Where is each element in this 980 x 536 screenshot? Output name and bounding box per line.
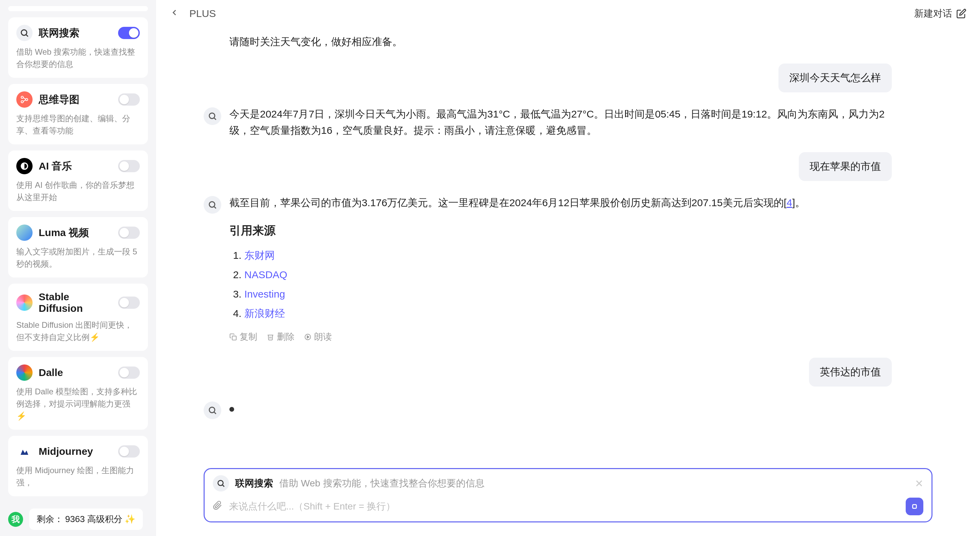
plugin-toggle[interactable] xyxy=(118,367,140,379)
composer-plugin-desc: 借助 Web 搜索功能，快速查找整合你想要的信息 xyxy=(279,477,909,490)
svg-rect-18 xyxy=(913,505,916,509)
svg-line-5 xyxy=(24,98,26,99)
user-bubble: 深圳今天天气怎么样 xyxy=(778,64,892,93)
tab-chat[interactable]: 对话 xyxy=(78,6,148,11)
composer-plugin-chip: 联网搜索 借助 Web 搜索功能，快速查找整合你想要的信息 ✕ xyxy=(213,475,923,491)
plugin-title: Midjourney xyxy=(39,446,112,457)
speaker-icon xyxy=(304,333,312,341)
svg-point-14 xyxy=(209,407,215,413)
svg-point-2 xyxy=(21,96,24,99)
page-title: PLUS xyxy=(189,8,216,19)
plugin-icon xyxy=(16,364,33,381)
sparkle-icon: ✨ xyxy=(124,514,135,525)
svg-point-16 xyxy=(218,480,223,485)
plugin-title: Stable Diffusion xyxy=(39,291,112,314)
credits-badge[interactable]: 剩余： 9363 高级积分 ✨ xyxy=(29,509,143,530)
attach-icon[interactable] xyxy=(213,501,222,512)
plugin-desc: Stable Diffusion 出图时间更快，但不支持自定义比例⚡ xyxy=(16,319,140,343)
loading-dot-icon xyxy=(229,407,234,412)
main: PLUS 新建对话 请随时关注天气变化，做好相应准备。 深圳今天天气怎么样 今天… xyxy=(156,0,980,536)
svg-point-7 xyxy=(209,113,215,118)
search-icon xyxy=(213,475,229,491)
plugin-title: AI 音乐 xyxy=(39,159,112,173)
svg-marker-13 xyxy=(307,336,309,338)
citation-ref[interactable]: 4 xyxy=(787,197,792,208)
svg-rect-11 xyxy=(232,336,236,340)
plugin-title: 联网搜索 xyxy=(39,26,112,40)
plugin-desc: 使用 AI 创作歌曲，你的音乐梦想从这里开始 xyxy=(16,179,140,203)
composer-plugin-name: 联网搜索 xyxy=(235,477,273,490)
svg-line-6 xyxy=(24,100,26,101)
citation-link[interactable]: Investing xyxy=(244,289,285,300)
delete-button[interactable]: 删除 xyxy=(267,330,294,344)
citation-link[interactable]: 东财网 xyxy=(244,250,275,261)
sidebar-tabs: 插件 对话 xyxy=(8,6,148,11)
sidebar: 插件 对话 联网搜索借助 Web 搜索功能，快速查找整合你想要的信息思维导图支持… xyxy=(0,0,156,536)
plugin-card: 思维导图支持思维导图的创建、编辑、分享、查看等功能 xyxy=(8,84,148,144)
plugin-card: Luma 视频输入文字或附加图片，生成一段 5 秒的视频。 xyxy=(8,217,148,278)
plugin-card: Midjourney使用 Midjourney 绘图，生图能力强， xyxy=(8,436,148,496)
plugin-toggle[interactable] xyxy=(118,445,140,458)
avatar[interactable]: 我 xyxy=(8,512,23,527)
plugin-title: Luma 视频 xyxy=(39,226,112,240)
plugin-desc: 使用 Dalle 模型绘图，支持多种比例选择，对提示词理解能力更强⚡ xyxy=(16,386,140,422)
user-message: 英伟达的市值 xyxy=(809,358,892,386)
plugin-toggle[interactable] xyxy=(118,160,140,172)
credits-prefix: 剩余： xyxy=(37,513,63,525)
assistant-message-loading xyxy=(204,400,892,419)
plugin-toggle[interactable] xyxy=(118,297,140,309)
svg-line-17 xyxy=(223,485,224,487)
close-icon[interactable]: ✕ xyxy=(915,478,923,490)
plugin-toggle[interactable] xyxy=(118,27,140,39)
tab-plugins[interactable]: 插件 xyxy=(8,6,78,11)
composer-input-row xyxy=(213,498,923,515)
user-message: 现在苹果的市值 xyxy=(799,152,892,181)
plugin-toggle[interactable] xyxy=(118,227,140,239)
svg-line-8 xyxy=(214,118,216,120)
svg-line-15 xyxy=(214,412,216,414)
copy-button[interactable]: 复制 xyxy=(229,330,257,344)
svg-line-1 xyxy=(26,35,28,36)
citation-item: 东财网 xyxy=(244,246,805,265)
send-button[interactable] xyxy=(906,498,923,515)
loading-indicator xyxy=(229,400,234,416)
citation-list: 东财网NASDAQInvesting新浪财经 xyxy=(229,246,805,323)
new-chat-button[interactable]: 新建对话 xyxy=(914,7,966,20)
trash-icon xyxy=(267,333,274,341)
plugin-card: AI 音乐使用 AI 创作歌曲，你的音乐梦想从这里开始 xyxy=(8,150,148,211)
search-icon xyxy=(204,196,221,214)
composer-wrap: 联网搜索 借助 Web 搜索功能，快速查找整合你想要的信息 ✕ xyxy=(156,468,980,536)
sidebar-footer: 我 剩余： 9363 高级积分 ✨ xyxy=(8,502,148,530)
credits-value: 9363 高级积分 xyxy=(65,513,123,525)
stop-icon xyxy=(910,502,919,511)
plugin-icon xyxy=(16,225,33,241)
citation-link[interactable]: 新浪财经 xyxy=(244,308,285,319)
citation-link[interactable]: NASDAQ xyxy=(244,269,287,280)
plugin-toggle[interactable] xyxy=(118,93,140,105)
read-button[interactable]: 朗读 xyxy=(304,330,332,344)
assistant-message: 截至目前，苹果公司的市值为3.176万亿美元。这一里程碑是在2024年6月12日… xyxy=(204,195,892,344)
user-message: 深圳今天天气怎么样 xyxy=(778,64,892,93)
svg-point-9 xyxy=(209,202,215,207)
svg-point-0 xyxy=(21,30,27,35)
user-bubble: 现在苹果的市值 xyxy=(799,152,892,181)
message-text: ]。 xyxy=(792,197,805,208)
svg-line-10 xyxy=(214,206,216,208)
back-button[interactable] xyxy=(170,7,179,20)
plugin-desc: 输入文字或附加图片，生成一段 5 秒的视频。 xyxy=(16,246,140,270)
plugin-desc: 使用 Midjourney 绘图，生图能力强， xyxy=(16,464,140,489)
message-text: 截至目前，苹果公司的市值为3.176万亿美元。这一里程碑是在2024年6月12日… xyxy=(229,197,787,208)
copy-icon xyxy=(229,333,237,341)
plugin-card: Stable DiffusionStable Diffusion 出图时间更快，… xyxy=(8,284,148,351)
composer-input[interactable] xyxy=(229,501,899,512)
plugin-icon xyxy=(16,25,33,41)
composer: 联网搜索 借助 Web 搜索功能，快速查找整合你想要的信息 ✕ xyxy=(204,468,932,522)
plugin-title: 思维导图 xyxy=(39,93,112,107)
assistant-message: 请随时关注天气变化，做好相应准备。 xyxy=(204,34,892,50)
edit-icon xyxy=(956,8,966,19)
search-icon xyxy=(204,402,221,419)
user-bubble: 英伟达的市值 xyxy=(809,358,892,386)
chat-scroll[interactable]: 请随时关注天气变化，做好相应准备。 深圳今天天气怎么样 今天是2024年7月7日… xyxy=(156,27,980,468)
plugin-icon xyxy=(16,158,33,174)
plugin-icon xyxy=(16,295,33,311)
